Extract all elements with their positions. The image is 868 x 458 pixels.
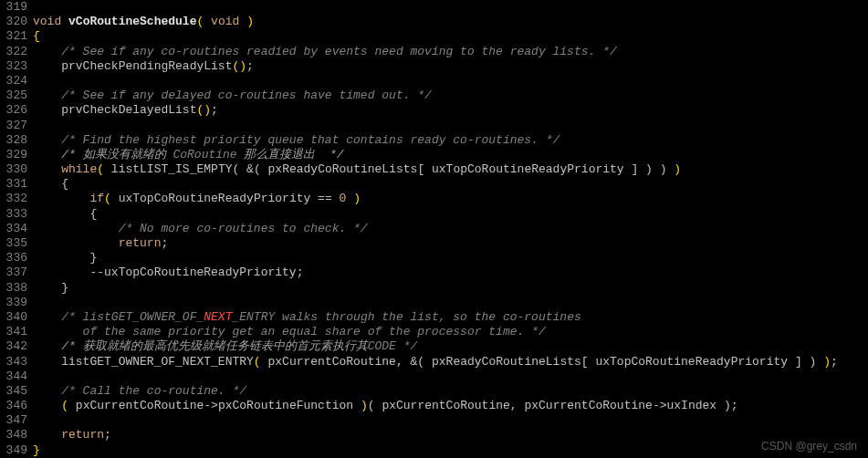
token-plain [424, 355, 432, 369]
token-plain [33, 399, 61, 412]
token-plain [653, 162, 660, 176]
line-number: 319 [0, 0, 27, 15]
code-line[interactable]: { [33, 177, 868, 192]
line-number: 323 [0, 59, 27, 74]
code-line[interactable] [33, 370, 868, 384]
token-com: of the same priority get an equal share … [83, 325, 546, 338]
code-line[interactable]: { [33, 29, 868, 44]
code-line[interactable]: return; [33, 428, 868, 442]
token-plain [33, 222, 119, 235]
token-zh: /* 如果没有就绪的 [61, 148, 173, 161]
code-line[interactable] [33, 0, 868, 15]
line-number: 331 [0, 177, 27, 192]
code-line[interactable]: prvCheckPendingReadyList(); [33, 59, 868, 74]
line-number: 327 [0, 119, 27, 133]
token-yparen: ) [674, 162, 681, 176]
code-editor[interactable]: 3193203213223233243253263273283293303313… [0, 0, 868, 458]
token-kw: return [119, 236, 162, 250]
token-hl: NEXT [204, 310, 232, 324]
token-com: /* See if any delayed co-routines have t… [61, 88, 432, 102]
token-ident: uxTopCoRoutineReadyPriority [119, 192, 311, 205]
token-plain [33, 88, 61, 102]
token-com: /* Call the co-routine. */ [61, 384, 246, 398]
token-ident: uxTopCoRoutineReadyPriority [104, 265, 297, 279]
line-number: 330 [0, 162, 27, 177]
code-line[interactable] [33, 119, 868, 133]
token-plain [816, 355, 823, 369]
token-ident: pxCurrentCoRoutine [524, 399, 652, 412]
line-number: 335 [0, 236, 27, 251]
token-kw: if [89, 192, 104, 205]
token-com: CODE */ [368, 339, 418, 353]
code-line[interactable]: /* See if any co-routines readied by eve… [33, 45, 868, 59]
token-fn: vCoRoutineSchedule [68, 15, 196, 28]
line-number: 320 [0, 15, 27, 29]
code-line[interactable]: } [33, 443, 868, 458]
code-line[interactable]: /* 获取就绪的最高优先级就绪任务链表中的首元素执行其CODE */ [33, 339, 868, 354]
token-op: -> [653, 399, 667, 412]
token-yparen: ) [246, 15, 254, 28]
token-op: -- [89, 265, 104, 279]
token-paren: ) [645, 162, 653, 176]
code-line[interactable]: while( listLIST_IS_EMPTY( &( pxReadyCoRo… [33, 162, 868, 177]
line-number: 342 [0, 339, 27, 354]
token-plain [61, 15, 68, 28]
token-ident: pxCoRoutineFunction [218, 399, 353, 412]
token-brace: } [89, 251, 97, 265]
code-line[interactable]: listGET_OWNER_OF_NEXT_ENTRY( pxCurrentCo… [33, 355, 868, 370]
line-number: 338 [0, 281, 27, 296]
token-plain [33, 325, 83, 338]
code-line[interactable]: } [33, 281, 868, 296]
code-line[interactable]: /* listGET_OWNER_OF_NEXT_ENTRY walks thr… [33, 310, 868, 325]
token-plain [33, 384, 61, 398]
token-plain [310, 192, 318, 205]
token-brace: } [61, 281, 68, 295]
token-plain [261, 162, 268, 176]
code-line[interactable]: /* Find the highest priority queue that … [33, 133, 868, 148]
token-paren: ( [417, 355, 424, 369]
code-line[interactable]: if( uxTopCoRoutineReadyPriority == 0 ) [33, 192, 868, 206]
token-plain [33, 192, 89, 205]
code-line[interactable]: ( pxCurrentCoRoutine->pxCoRoutineFunctio… [33, 399, 868, 413]
token-plain [33, 103, 61, 117]
code-line[interactable]: /* See if any delayed co-routines have t… [33, 88, 868, 103]
token-com: /* No more co-routines to check. */ [119, 222, 368, 235]
line-number: 348 [0, 428, 27, 442]
code-line[interactable]: } [33, 251, 868, 265]
token-yparen: ) [353, 192, 361, 205]
token-plain [424, 162, 432, 176]
token-plain [33, 265, 89, 279]
code-line[interactable]: return; [33, 236, 868, 251]
token-ybrace: { [33, 29, 40, 43]
token-paren: ( [254, 162, 261, 176]
token-plain [104, 162, 111, 176]
line-number: 349 [0, 443, 27, 458]
code-line[interactable] [33, 74, 868, 88]
code-line[interactable]: of the same priority get an equal share … [33, 325, 868, 339]
token-com: /* See if any co-routines readied by eve… [61, 45, 617, 58]
token-bracket: ] [795, 355, 802, 369]
token-ident: prvCheckPendingReadyList [61, 59, 232, 73]
code-area[interactable]: void vCoRoutineSchedule( void ){ /* See … [33, 0, 868, 458]
code-line[interactable]: /* Call the co-routine. */ [33, 384, 868, 399]
code-line[interactable]: { [33, 207, 868, 222]
code-line[interactable] [33, 413, 868, 428]
line-number-gutter: 3193203213223233243253263273283293303313… [0, 0, 33, 458]
line-number: 337 [0, 265, 27, 280]
line-number: 329 [0, 148, 27, 162]
token-yparen: ( [254, 355, 261, 369]
token-bracket: [ [581, 355, 589, 369]
token-ident: pxCurrentCoRoutine [76, 399, 204, 412]
code-line[interactable]: prvCheckDelayedList(); [33, 103, 868, 118]
code-line[interactable] [33, 296, 868, 310]
token-ident: listLIST_IS_EMPTY [111, 162, 233, 176]
token-plain [33, 355, 61, 369]
token-ident: prvCheckDelayedList [61, 103, 196, 117]
token-plain [788, 355, 795, 369]
token-plain [239, 15, 246, 28]
code-line[interactable]: --uxTopCoRoutineReadyPriority; [33, 265, 868, 280]
token-ident: pxReadyCoRoutineLists [268, 162, 418, 176]
code-line[interactable]: /* No more co-routines to check. */ [33, 222, 868, 236]
code-line[interactable]: /* 如果没有就绪的 CoRoutine 那么直接退出 */ [33, 148, 868, 162]
code-line[interactable]: void vCoRoutineSchedule( void ) [33, 15, 868, 29]
